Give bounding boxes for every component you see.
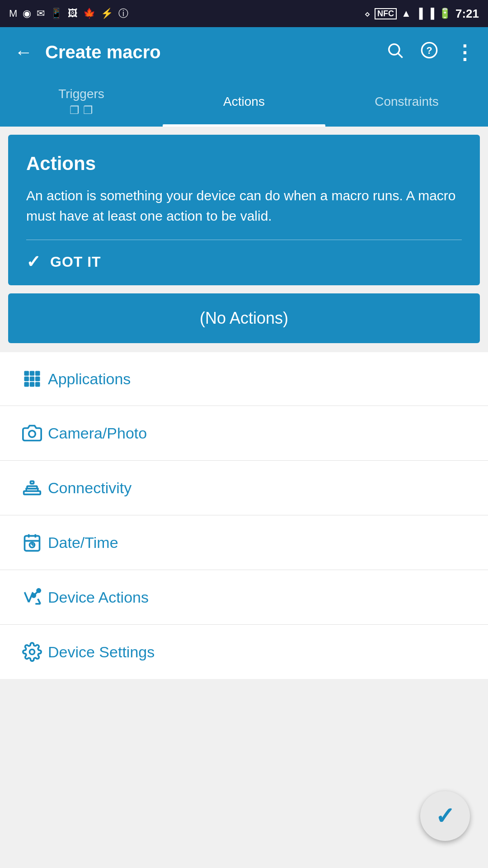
got-it-button[interactable]: ✓ GOT IT <box>26 252 101 272</box>
status-icons-left: M ◉ ✉ 📱 🖼 🍁 ⚡ ⓘ <box>9 7 128 20</box>
app-bar: ← Create macro ? ⋮ <box>0 27 488 77</box>
fab-checkmark-icon: ✓ <box>435 802 455 830</box>
svg-rect-12 <box>35 382 40 387</box>
device-actions-icon <box>16 587 48 607</box>
svg-point-29 <box>37 589 40 592</box>
info-card-title: Actions <box>26 153 462 175</box>
action-item-device-settings[interactable]: Device Settings <box>0 625 488 679</box>
tab-constraints-label: Constraints <box>375 94 439 109</box>
clock: 7:21 <box>455 7 479 21</box>
svg-rect-10 <box>24 382 29 387</box>
action-list: Applications Camera/Photo Connectivity <box>0 352 488 679</box>
nfc-icon: NFC <box>375 8 397 19</box>
info-card: Actions An action is something your devi… <box>8 135 480 285</box>
svg-text:?: ? <box>426 45 432 56</box>
svg-rect-5 <box>30 371 35 376</box>
tab-triggers[interactable]: Triggers ❐ ❐ <box>0 77 163 127</box>
svg-rect-15 <box>27 486 37 489</box>
connectivity-label: Connectivity <box>48 479 131 497</box>
tab-constraints[interactable]: Constraints <box>325 77 488 127</box>
svg-rect-14 <box>24 491 41 494</box>
svg-point-33 <box>30 650 35 655</box>
connectivity-icon <box>16 478 48 498</box>
help-button[interactable]: ? <box>417 38 442 67</box>
device-actions-label: Device Actions <box>48 589 149 606</box>
status-icon-mail: ✉ <box>37 8 45 19</box>
action-item-connectivity[interactable]: Connectivity <box>0 461 488 515</box>
device-settings-label: Device Settings <box>48 643 155 661</box>
status-icon-circle: ◉ <box>23 8 31 19</box>
datetime-label: Date/Time <box>48 534 118 552</box>
wifi-icon: ▲ <box>401 8 411 19</box>
svg-point-13 <box>29 431 36 438</box>
got-it-checkmark-icon: ✓ <box>26 252 41 272</box>
tab-actions[interactable]: Actions <box>163 77 325 127</box>
datetime-icon <box>16 533 48 552</box>
info-card-body: An action is something your device can d… <box>26 185 462 226</box>
trigger-icon-2: ❐ <box>83 104 93 117</box>
info-card-divider <box>26 240 462 240</box>
action-item-applications[interactable]: Applications <box>0 352 488 406</box>
status-icon-m: M <box>9 8 17 19</box>
svg-rect-4 <box>24 371 29 376</box>
status-icons-right: ⬦ NFC ▲ ▐ ▐ 🔋 7:21 <box>364 7 479 21</box>
camera-label: Camera/Photo <box>48 425 147 442</box>
tab-triggers-label: Triggers <box>58 87 104 101</box>
action-item-device-actions[interactable]: Device Actions <box>0 570 488 625</box>
status-bar: M ◉ ✉ 📱 🖼 🍁 ⚡ ⓘ ⬦ NFC ▲ ▐ ▐ 🔋 7:21 <box>0 0 488 27</box>
status-icon-leaf: 🍁 <box>83 8 95 19</box>
device-settings-icon <box>16 642 48 662</box>
got-it-label: GOT IT <box>50 254 101 270</box>
tab-triggers-icons: ❐ ❐ <box>70 104 93 117</box>
svg-rect-8 <box>30 377 35 382</box>
no-actions-label: (No Actions) <box>200 309 288 328</box>
page-title: Create macro <box>45 42 373 62</box>
battery-icon: 🔋 <box>439 8 451 19</box>
svg-rect-9 <box>35 377 40 382</box>
bluetooth-icon: ⬦ <box>364 8 370 19</box>
svg-rect-11 <box>30 382 35 387</box>
signal-icon2: ▐ <box>427 8 434 19</box>
trigger-icon-1: ❐ <box>70 104 80 117</box>
search-button[interactable] <box>382 38 408 67</box>
camera-icon <box>16 423 48 443</box>
back-button[interactable]: ← <box>11 38 36 66</box>
status-icon-phone: 📱 <box>50 8 62 19</box>
svg-rect-6 <box>35 371 40 376</box>
tab-bar: Triggers ❐ ❐ Actions Constraints <box>0 77 488 127</box>
applications-label: Applications <box>48 370 131 388</box>
status-icon-info: ⓘ <box>118 7 128 20</box>
svg-point-30 <box>32 594 35 597</box>
status-icon-image: 🖼 <box>68 8 78 19</box>
applications-icon <box>16 369 48 388</box>
signal-icon1: ▐ <box>416 8 423 19</box>
action-item-camera[interactable]: Camera/Photo <box>0 406 488 461</box>
fab-button[interactable]: ✓ <box>420 791 470 841</box>
tab-actions-label: Actions <box>223 94 265 109</box>
no-actions-bar[interactable]: (No Actions) <box>8 293 480 343</box>
svg-line-26 <box>25 592 29 602</box>
status-icon-bolt: ⚡ <box>101 8 113 19</box>
svg-point-0 <box>389 44 399 54</box>
svg-line-1 <box>399 53 403 57</box>
action-item-datetime[interactable]: Date/Time <box>0 515 488 570</box>
svg-rect-16 <box>30 481 33 484</box>
svg-rect-7 <box>24 377 29 382</box>
more-button[interactable]: ⋮ <box>451 37 477 67</box>
